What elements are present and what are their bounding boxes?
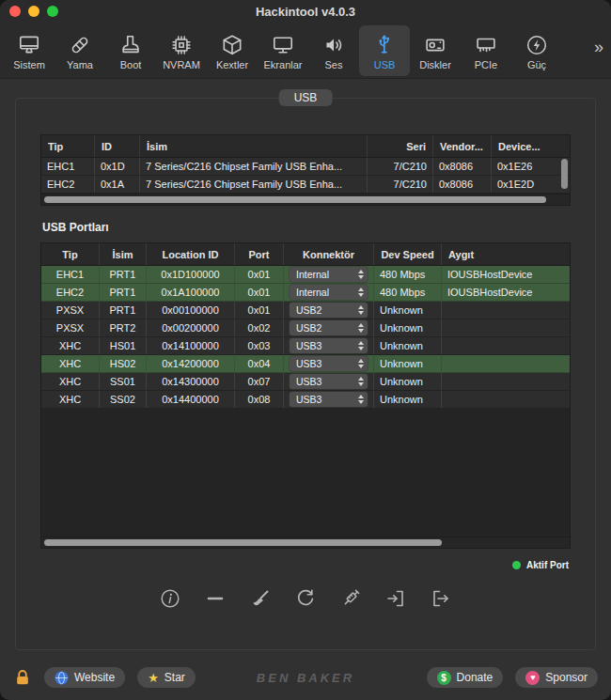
- main-content: USB Tip ID İsim Seri Vendor... Device...…: [0, 79, 611, 650]
- connector-dropdown[interactable]: USB2: [290, 320, 368, 335]
- power-icon: [525, 31, 549, 59]
- titlebar: Hackintool v4.0.3: [0, 0, 611, 23]
- export-button[interactable]: [428, 585, 454, 612]
- dropdown-value: Internal: [296, 269, 358, 280]
- port-row[interactable]: PXSX PRT2 0x00200000 0x02 USB2 Unknown: [41, 319, 570, 337]
- column-header-tip[interactable]: Tip: [41, 135, 95, 157]
- toolbar-item-boot[interactable]: Boot: [105, 25, 156, 76]
- lock-button[interactable]: [13, 668, 32, 687]
- column-header-device[interactable]: Device...: [492, 135, 570, 157]
- port-row[interactable]: EHC2 PRT1 0x1A100000 0x01 Internal 480 M…: [41, 284, 570, 302]
- cell: HS01: [100, 337, 147, 354]
- toolbar-item-usb[interactable]: USB: [359, 25, 410, 76]
- column-header-location-id[interactable]: Location ID: [147, 243, 235, 265]
- refresh-icon: [294, 587, 317, 610]
- donate-button[interactable]: $ Donate: [427, 667, 504, 688]
- clean-button[interactable]: [247, 585, 274, 612]
- cell: IOUSBHostDevice: [442, 284, 570, 301]
- cell: 0x01: [235, 284, 284, 301]
- close-button[interactable]: [9, 6, 21, 17]
- toolbar-item-nvram[interactable]: NVRAM: [156, 25, 207, 76]
- scrollbar-thumb[interactable]: [44, 539, 442, 546]
- column-header-id[interactable]: ID: [95, 135, 140, 157]
- connector-dropdown[interactable]: USB3: [290, 392, 368, 407]
- toolbar-item-ses[interactable]: Ses: [308, 25, 359, 76]
- column-header-seri[interactable]: Seri: [368, 135, 433, 157]
- connector-dropdown[interactable]: Internal: [290, 267, 368, 282]
- ports-section-title: USB Portları: [42, 221, 571, 234]
- toolbar-item-guc[interactable]: Güç: [511, 25, 562, 76]
- sponsor-button[interactable]: ♥ Sponsor: [515, 667, 598, 688]
- cell: USB3: [284, 337, 374, 354]
- toolbar-item-kextler[interactable]: Kextler: [207, 25, 258, 76]
- port-row[interactable]: XHC HS01 0x14100000 0x03 USB3 Unknown: [41, 337, 570, 355]
- remove-button[interactable]: [202, 585, 228, 612]
- column-header-dev-speed[interactable]: Dev Speed: [374, 243, 442, 265]
- dropdown-value: USB2: [296, 304, 358, 316]
- minimize-button[interactable]: [28, 6, 39, 17]
- port-row[interactable]: EHC1 PRT1 0x1D100000 0x01 Internal 480 M…: [41, 266, 570, 284]
- toolbar-item-yama[interactable]: Yama: [55, 25, 105, 76]
- column-header-tip[interactable]: Tip: [41, 243, 100, 265]
- active-port-label: Aktif Port: [526, 560, 569, 570]
- donate-dollar-icon: $: [437, 671, 451, 685]
- website-label: Website: [74, 671, 115, 684]
- globe-icon: [55, 671, 69, 685]
- column-header-isim[interactable]: İsim: [100, 243, 147, 265]
- chevron-up-down-icon: [358, 288, 364, 297]
- import-button[interactable]: [383, 585, 409, 612]
- port-row[interactable]: XHC HS02 0x14200000 0x04 USB3 Unknown: [41, 355, 570, 373]
- connector-dropdown[interactable]: USB3: [290, 338, 368, 353]
- cell: SS01: [100, 373, 147, 390]
- column-header-konnektor[interactable]: Konnektör: [284, 243, 374, 265]
- window-title: Hackintool v4.0.3: [0, 5, 611, 19]
- cell: 0x03: [235, 337, 284, 354]
- column-header-port[interactable]: Port: [235, 243, 284, 265]
- boot-icon: [118, 31, 143, 59]
- cell: PRT2: [100, 319, 147, 336]
- usb-ports-table: Tip İsim Location ID Port Konnektör Dev …: [40, 242, 571, 537]
- horizontal-scrollbar[interactable]: [40, 537, 571, 549]
- port-row[interactable]: XHC SS02 0x14400000 0x08 USB3 Unknown: [41, 391, 570, 409]
- column-header-vendor[interactable]: Vendor...: [433, 135, 492, 157]
- toolbar-item-ekranlar[interactable]: Ekranlar: [258, 25, 308, 76]
- toolbar-item-sistem[interactable]: Sistem: [4, 25, 55, 76]
- info-button[interactable]: [157, 585, 183, 612]
- connector-dropdown[interactable]: USB2: [290, 303, 368, 318]
- cell: 0x14100000: [147, 337, 235, 354]
- scrollbar-thumb[interactable]: [561, 159, 568, 189]
- cell: EHC1: [41, 158, 95, 175]
- column-header-aygit[interactable]: Aygıt: [442, 243, 570, 265]
- toolbar-item-diskler[interactable]: Diskler: [410, 25, 461, 76]
- website-button[interactable]: Website: [44, 667, 125, 688]
- connector-dropdown[interactable]: Internal: [290, 285, 368, 300]
- port-row[interactable]: XHC SS01 0x14300000 0x07 USB3 Unknown: [41, 373, 570, 391]
- connector-dropdown[interactable]: USB3: [290, 356, 368, 371]
- cell: 0x1E2D: [492, 176, 570, 193]
- cell: Unknown: [374, 302, 442, 319]
- connector-dropdown[interactable]: USB3: [290, 374, 368, 389]
- ports-header-row: Tip İsim Location ID Port Konnektör Dev …: [41, 243, 570, 266]
- cell: [442, 355, 570, 372]
- dropdown-value: Internal: [296, 287, 358, 298]
- scrollbar-thumb[interactable]: [44, 196, 546, 203]
- usb-controllers-section: Tip ID İsim Seri Vendor... Device... EHC…: [40, 134, 571, 206]
- sponsor-label: Sponsor: [545, 671, 588, 684]
- horizontal-scrollbar[interactable]: [40, 194, 571, 206]
- toolbar-overflow-chevron-icon[interactable]: »: [594, 38, 603, 57]
- toolbar-item-pcie[interactable]: PCIe: [461, 25, 511, 76]
- app-window: Hackintool v4.0.3 Sistem Yama: [0, 0, 611, 700]
- vertical-scrollbar[interactable]: [560, 159, 569, 192]
- controller-row[interactable]: EHC2 0x1A 7 Series/C216 Chipset Family U…: [41, 176, 570, 194]
- chevron-up-down-icon: [358, 341, 364, 350]
- refresh-button[interactable]: [292, 585, 319, 612]
- star-button[interactable]: ★ Star: [137, 667, 196, 688]
- dropdown-value: USB2: [296, 322, 358, 334]
- zoom-button[interactable]: [47, 6, 58, 17]
- toolbar-label: PCIe: [475, 59, 497, 70]
- port-row[interactable]: PXSX PRT1 0x00100000 0x01 USB2 Unknown: [41, 302, 570, 319]
- inject-button[interactable]: [337, 585, 364, 612]
- controller-row[interactable]: EHC1 0x1D 7 Series/C216 Chipset Family U…: [41, 158, 570, 176]
- column-header-isim[interactable]: İsim: [140, 135, 368, 157]
- toolbar-label: Diskler: [419, 59, 451, 70]
